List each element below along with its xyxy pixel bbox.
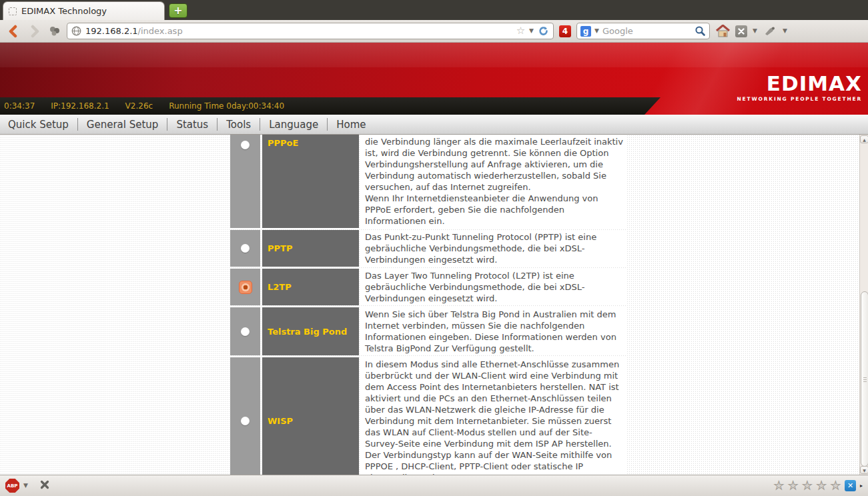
url-text[interactable]: 192.168.2.1/index.asp — [85, 26, 512, 36]
bookmarks-menu-button[interactable] — [48, 25, 61, 38]
table-row-wisp: WISP In diesem Modus sind alle Ethernet-… — [230, 357, 627, 475]
search-magnifier-icon[interactable] — [695, 25, 706, 37]
blue-extension-icon[interactable]: ✕ — [845, 480, 856, 491]
scrollbar-grip-icon — [863, 377, 867, 382]
expand-arrow-icon[interactable]: ▸ — [860, 483, 863, 489]
x-icon — [738, 28, 745, 35]
browser-tab[interactable]: EDIMAX Technology — [3, 1, 165, 20]
nav-item-general-setup[interactable]: General Setup — [78, 119, 167, 131]
addon-caret-icon[interactable]: ▼ — [783, 28, 787, 34]
back-arrow-icon — [7, 25, 20, 38]
label-cell: L2TP — [262, 269, 359, 305]
option-label-pppoe[interactable]: PPPoE — [268, 138, 298, 148]
label-cell: Telstra Big Pond — [262, 307, 359, 355]
option-description: die Verbindung länger als die maximale L… — [361, 135, 627, 228]
option-label-telstra[interactable]: Telstra Big Pond — [268, 327, 347, 337]
tab-favicon-placeholder-icon — [9, 7, 17, 15]
addon-button[interactable] — [763, 24, 777, 39]
option-description: In diesem Modus sind alle Ethernet-Ansch… — [361, 357, 627, 475]
radio-pptp[interactable] — [241, 244, 250, 253]
radio-l2tp-selected[interactable] — [239, 281, 252, 294]
table-row-pptp: PPTP Das Punkt-zu-Punkt Tunneling Protoc… — [230, 230, 627, 267]
router-nav-menu: Quick Setup General Setup Status Tools L… — [0, 115, 868, 135]
nav-item-quick-setup[interactable]: Quick Setup — [8, 119, 77, 131]
edimax-logo-text: EDIMAX — [737, 73, 862, 94]
browser-tab-bar: EDIMAX Technology + — [0, 0, 868, 20]
addon-icon — [764, 26, 776, 37]
tab-title: EDIMAX Technology — [21, 6, 107, 16]
search-engine-caret-icon[interactable]: ▼ — [594, 28, 599, 34]
rating-star-3-icon[interactable]: ★ — [802, 480, 812, 491]
nav-item-home[interactable]: Home — [328, 119, 374, 131]
reload-icon[interactable] — [538, 25, 549, 37]
option-description: Das Layer Two Tunneling Protocol (L2TP) … — [361, 269, 627, 305]
globe-icon — [71, 26, 81, 36]
page-content: PPPoE die Verbindung länger als die maxi… — [0, 135, 868, 475]
wan-type-table: PPPoE die Verbindung länger als die maxi… — [230, 135, 627, 475]
forward-button[interactable] — [27, 23, 43, 39]
option-label-pptp[interactable]: PPTP — [268, 243, 292, 253]
radio-l2tp-dot-icon — [242, 283, 250, 291]
scroll-down-button[interactable]: ▼ — [860, 466, 868, 474]
browser-status-bar: ABP ▼ ★ ★ ★ ★ ★ ✕ ▸ — [0, 475, 868, 496]
forward-arrow-icon — [28, 25, 41, 38]
search-input[interactable]: Google — [602, 26, 691, 36]
rating-star-1-icon[interactable]: ★ — [774, 480, 784, 491]
uptime-short: 0:34:37 — [4, 101, 35, 111]
label-cell: PPPoE — [262, 135, 359, 228]
home-icon — [716, 25, 730, 37]
statusbar-close-button[interactable] — [40, 479, 49, 492]
adblock-caret-icon[interactable]: ▼ — [23, 483, 28, 489]
radio-pppoe[interactable] — [241, 141, 250, 149]
firmware-version: V2.26c — [125, 101, 153, 111]
google-favicon-icon: g — [580, 26, 591, 37]
extension-x-button[interactable] — [735, 25, 747, 37]
nav-item-status[interactable]: Status — [167, 119, 217, 131]
edimax-banner: 0:34:37 IP:192.168.2.1 V2.26c Running Ti… — [0, 43, 868, 115]
rating-star-5-icon[interactable]: ★ — [831, 480, 841, 491]
notification-count-badge[interactable]: 4 — [559, 25, 571, 37]
running-time: Running Time 0day:00:34:40 — [169, 101, 284, 111]
back-button[interactable] — [5, 23, 21, 39]
radio-cell — [230, 357, 260, 475]
url-dropdown-caret-icon[interactable]: ▼ — [529, 28, 534, 34]
table-row-pppoe: PPPoE die Verbindung länger als die maxi… — [230, 135, 627, 228]
device-ip: IP:192.168.2.1 — [51, 101, 109, 111]
device-status-band: 0:34:37 IP:192.168.2.1 V2.26c Running Ti… — [0, 97, 661, 115]
share-icon — [49, 25, 61, 37]
radio-cell — [230, 135, 260, 228]
option-label-l2tp[interactable]: L2TP — [268, 282, 292, 292]
rating-star-2-icon[interactable]: ★ — [788, 480, 798, 491]
radio-cell — [230, 307, 260, 355]
browser-toolbar: 192.168.2.1/index.asp ☆ ▼ 4 g ▼ Google ▼… — [0, 20, 868, 43]
nav-item-language[interactable]: Language — [260, 119, 327, 131]
scrollbar-thumb[interactable] — [861, 291, 868, 467]
url-bar[interactable]: 192.168.2.1/index.asp ☆ ▼ — [67, 23, 554, 39]
adblock-plus-icon[interactable]: ABP — [5, 479, 19, 493]
radio-wisp[interactable] — [241, 417, 250, 425]
search-bar[interactable]: g ▼ Google — [576, 23, 710, 39]
vertical-scrollbar[interactable]: ▲ ▼ — [859, 135, 868, 475]
table-row-l2tp: L2TP Das Layer Two Tunneling Protocol (L… — [230, 269, 627, 305]
label-cell: PPTP — [262, 230, 359, 267]
scroll-up-button[interactable]: ▲ — [860, 135, 868, 143]
edimax-logo: EDIMAX NETWORKING PEOPLE TOGETHER — [737, 73, 862, 102]
option-description: Wenn Sie sich über Telstra Big Pond in A… — [361, 307, 627, 355]
radio-cell — [230, 269, 260, 305]
home-button[interactable] — [715, 24, 730, 39]
edimax-logo-tagline: NETWORKING PEOPLE TOGETHER — [737, 96, 862, 102]
new-tab-button[interactable]: + — [169, 3, 187, 18]
bookmark-star-icon[interactable]: ☆ — [516, 26, 525, 36]
option-description: Das Punkt-zu-Punkt Tunneling Protocol (P… — [361, 230, 627, 267]
extension-caret-icon[interactable]: ▼ — [753, 28, 757, 34]
rating-star-4-icon[interactable]: ★ — [816, 480, 826, 491]
nav-item-tools[interactable]: Tools — [218, 119, 260, 131]
radio-cell — [230, 230, 260, 267]
option-label-wisp[interactable]: WISP — [268, 416, 293, 426]
table-row-telstra: Telstra Big Pond Wenn Sie sich über Tels… — [230, 307, 627, 355]
label-cell: WISP — [262, 357, 359, 475]
radio-telstra[interactable] — [241, 327, 250, 336]
x-icon — [40, 480, 49, 489]
